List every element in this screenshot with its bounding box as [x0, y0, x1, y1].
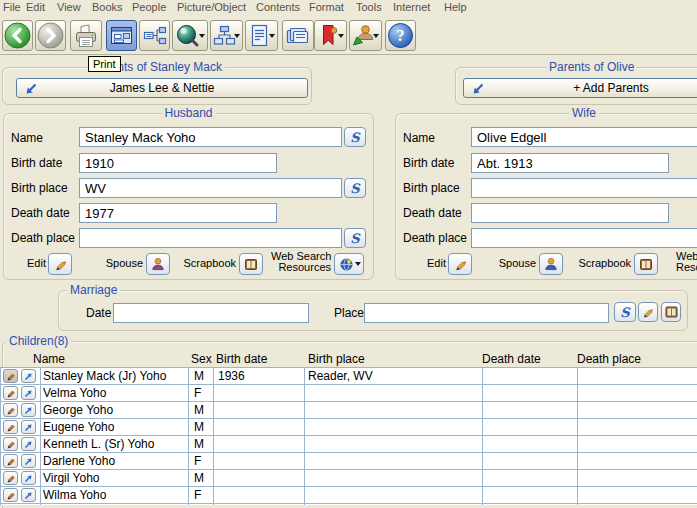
menu-internet[interactable]: Internet — [393, 1, 430, 13]
child-goto-button[interactable] — [21, 437, 36, 451]
husband-death-place-source-button[interactable]: S — [344, 228, 366, 248]
husband-web-search-label: Web SearchResources — [271, 251, 331, 273]
menu-tools[interactable]: Tools — [356, 1, 382, 13]
person-export-button[interactable] — [349, 20, 382, 51]
print-button[interactable] — [70, 20, 102, 51]
source-icon: S — [350, 131, 359, 144]
child-edit-button[interactable] — [3, 369, 18, 383]
wife-scrapbook-button[interactable] — [634, 253, 658, 275]
child-row[interactable]: Stanley Mack (Jr) Yoho M 1936 Reader, WV — [1, 368, 697, 385]
husband-scrapbook-label: Scrapbook — [154, 257, 236, 269]
husband-birth-place-source-button[interactable]: S — [344, 178, 366, 198]
child-row[interactable]: Darlene Yoho F — [1, 453, 697, 470]
children-col-death-place: Death place — [577, 352, 641, 366]
marriage-date-label: Date — [86, 306, 111, 320]
child-edit-button[interactable] — [3, 471, 18, 485]
menu-help[interactable]: Help — [444, 1, 467, 13]
menu-books[interactable]: Books — [92, 1, 123, 13]
source-icon: S — [350, 182, 359, 195]
forward-button[interactable] — [35, 20, 66, 51]
child-goto-button[interactable] — [21, 403, 36, 417]
menu-picture-object[interactable]: Picture/Object — [177, 1, 246, 13]
parents-of-husband-group: Parents of Stanley Mack James Lee & Nett… — [2, 67, 312, 105]
child-edit-button[interactable] — [3, 454, 18, 468]
child-edit-button[interactable] — [3, 437, 18, 451]
child-edit-button[interactable] — [3, 488, 18, 502]
web-search-dropdown-arrow[interactable] — [355, 262, 361, 269]
children-table: Stanley Mack (Jr) Yoho M 1936 Reader, WV… — [0, 367, 697, 505]
child-name: Virgil Yoho — [43, 471, 100, 485]
scrapbook-icon — [665, 306, 678, 318]
marriage-scrapbook-button[interactable] — [661, 302, 681, 322]
child-edit-button[interactable] — [3, 386, 18, 400]
menu-people[interactable]: People — [132, 1, 166, 13]
wife-death-date-input[interactable] — [471, 203, 669, 223]
search-icon — [175, 23, 200, 48]
forward-arrow-icon — [37, 22, 64, 49]
wife-birth-date-label: Birth date — [403, 156, 454, 170]
child-goto-button[interactable] — [21, 471, 36, 485]
wife-name-input[interactable] — [471, 127, 697, 147]
husband-death-date-input[interactable] — [79, 203, 277, 223]
child-row[interactable]: Virgil Yoho M — [1, 470, 697, 487]
bookmark-button[interactable] — [314, 20, 347, 51]
go-to-person-icon — [24, 457, 33, 466]
bookmark-dropdown-arrow[interactable] — [338, 34, 344, 41]
child-goto-button[interactable] — [21, 420, 36, 434]
chart-button[interactable] — [210, 20, 243, 51]
pencil-icon — [6, 473, 16, 483]
person-dropdown-arrow[interactable] — [373, 34, 379, 41]
child-goto-button[interactable] — [21, 454, 36, 468]
wife-birth-place-input[interactable] — [471, 178, 697, 198]
child-row[interactable]: Wilma Yoho F — [1, 487, 697, 504]
wife-web-search-label: Web SearchResources — [676, 251, 697, 273]
child-row[interactable]: Velma Yoho F — [1, 385, 697, 402]
husband-name-source-button[interactable]: S — [344, 127, 366, 147]
search-button[interactable] — [172, 20, 208, 51]
menu-edit[interactable]: Edit — [26, 1, 45, 13]
child-name: Wilma Yoho — [43, 488, 106, 502]
child-row[interactable]: Kenneth L. (Sr) Yoho M — [1, 436, 697, 453]
go-to-person-icon — [24, 440, 33, 449]
help-button[interactable]: ? — [385, 20, 416, 51]
go-to-person-icon — [24, 372, 33, 381]
report-button[interactable] — [245, 20, 278, 51]
pencil-icon — [6, 371, 16, 381]
husband-birth-place-input[interactable] — [79, 178, 342, 198]
marriage-source-button[interactable]: S — [614, 302, 636, 322]
child-edit-button[interactable] — [3, 420, 18, 434]
pedigree-view-button[interactable] — [139, 20, 170, 51]
wife-name-label: Name — [403, 131, 435, 145]
husband-birth-date-input[interactable] — [79, 153, 277, 173]
search-dropdown-arrow[interactable] — [199, 34, 205, 41]
wife-death-place-input[interactable] — [471, 228, 697, 248]
child-row[interactable]: Eugene Yoho M — [1, 419, 697, 436]
wife-panel: Wife Name Birth date Birth place Death d… — [395, 113, 697, 280]
menu-view[interactable]: View — [57, 1, 81, 13]
marriage-edit-button[interactable] — [638, 302, 658, 322]
source-icon: S — [620, 306, 629, 319]
report-dropdown-arrow[interactable] — [269, 34, 275, 41]
chart-dropdown-arrow[interactable] — [234, 34, 240, 41]
child-goto-button[interactable] — [21, 369, 36, 383]
wife-birth-date-input[interactable] — [471, 153, 669, 173]
marriage-place-input[interactable] — [364, 303, 609, 323]
menu-format[interactable]: Format — [309, 1, 344, 13]
marriage-date-input[interactable] — [113, 303, 309, 323]
husband-scrapbook-button[interactable] — [239, 253, 263, 275]
back-button[interactable] — [2, 20, 33, 51]
child-row[interactable]: George Yoho M — [1, 402, 697, 419]
go-to-parents-icon — [471, 82, 485, 96]
child-goto-button[interactable] — [21, 386, 36, 400]
child-edit-button[interactable] — [3, 403, 18, 417]
books-button[interactable] — [282, 20, 314, 51]
child-goto-button[interactable] — [21, 488, 36, 502]
husband-death-place-input[interactable] — [79, 228, 342, 248]
husband-name-input[interactable] — [79, 127, 342, 147]
menu-file[interactable]: File — [3, 1, 21, 13]
family-view-button[interactable] — [106, 20, 137, 51]
add-parents-button[interactable]: + Add Parents — [463, 78, 697, 98]
husband-web-search-button[interactable] — [334, 253, 364, 275]
menu-contents[interactable]: Contents — [256, 1, 300, 13]
parents-of-husband-button[interactable]: James Lee & Nettie — [16, 78, 308, 98]
